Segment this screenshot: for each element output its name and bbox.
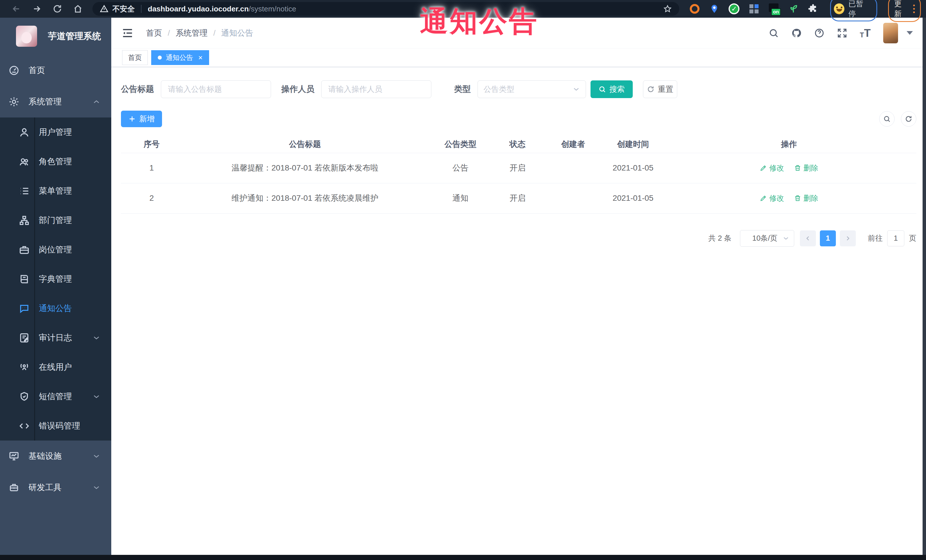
- logo-image: [16, 26, 37, 47]
- breadcrumb: 首页 / 系统管理 / 通知公告: [146, 28, 253, 38]
- col-no: 序号: [121, 136, 182, 153]
- reset-button[interactable]: 重置: [643, 80, 677, 98]
- add-button[interactable]: 新增: [121, 111, 162, 127]
- notice-title-input[interactable]: [161, 80, 271, 98]
- refresh-table-button[interactable]: [901, 111, 916, 127]
- sidebar-item-error-codes[interactable]: 错误码管理: [0, 411, 111, 441]
- sidebar-item-dev-tools[interactable]: 研发工具: [0, 472, 111, 503]
- tab-home[interactable]: 首页: [122, 50, 148, 65]
- forward-icon[interactable]: [32, 4, 42, 14]
- gear-icon: [9, 97, 20, 107]
- edit-icon: [760, 195, 767, 202]
- chevron-down-icon: [92, 484, 100, 492]
- main-panel: 首页 / 系统管理 / 通知公告 TT 首页: [111, 18, 926, 555]
- extension-grid-icon[interactable]: [748, 3, 760, 15]
- cell-title: 维护通知：2018-07-01 若依系统凌晨维护: [182, 183, 428, 213]
- toggle-search-button[interactable]: [879, 111, 895, 127]
- tab-close-icon[interactable]: ×: [198, 53, 203, 62]
- table-row: 1 温馨提醒：2018-07-01 若依新版本发布啦 公告 开启 2021-01…: [121, 153, 916, 183]
- delete-button[interactable]: 删除: [794, 163, 819, 173]
- search-button[interactable]: 搜索: [590, 80, 633, 98]
- sidebar-item-dicts[interactable]: 字典管理: [0, 264, 111, 294]
- sidebar-item-menus[interactable]: 菜单管理: [0, 176, 111, 205]
- app-logo[interactable]: 芋道管理系统: [0, 18, 111, 55]
- system-submenu: 用户管理 角色管理 菜单管理 部门管理 岗位管理: [0, 118, 111, 441]
- help-icon[interactable]: [814, 28, 825, 38]
- search-icon: [883, 115, 891, 122]
- url-separator: [141, 5, 142, 13]
- edit-button[interactable]: 修改: [760, 163, 784, 173]
- security-label: 不安全: [112, 4, 135, 14]
- extension-green-check-icon[interactable]: ✓: [729, 3, 740, 15]
- users-icon: [19, 156, 30, 167]
- cell-created: 2021-01-05: [605, 183, 661, 213]
- fullscreen-icon[interactable]: [837, 28, 847, 38]
- trash-icon: [794, 195, 801, 202]
- edit-icon: [760, 164, 767, 172]
- prev-page-button[interactable]: [800, 230, 816, 246]
- dashboard-icon: [9, 65, 20, 76]
- edit-button[interactable]: 修改: [760, 193, 784, 203]
- sidebar: 芋道管理系统 首页 系统管理 用户管理 角色管理: [0, 18, 111, 555]
- on-badge: on: [771, 8, 781, 16]
- delete-button[interactable]: 删除: [794, 193, 819, 203]
- sidebar-item-system[interactable]: 系统管理: [0, 86, 111, 118]
- refresh-icon[interactable]: [53, 4, 62, 14]
- collapse-menu-icon[interactable]: [121, 27, 133, 39]
- online-user-icon: [19, 362, 30, 373]
- search-icon[interactable]: [769, 28, 779, 38]
- table-tools: [879, 111, 916, 127]
- page-size-select[interactable]: 10条/页: [740, 230, 794, 247]
- cell-creator: [542, 183, 605, 213]
- extension-leaf-icon[interactable]: [788, 3, 799, 15]
- back-icon[interactable]: [11, 4, 21, 14]
- sidebar-item-roles[interactable]: 角色管理: [0, 147, 111, 176]
- user-avatar[interactable]: [883, 23, 898, 43]
- home-icon[interactable]: [73, 4, 83, 14]
- paused-label: 已暂停: [849, 0, 870, 19]
- filter-form: 公告标题 操作人员 类型 公告类型 搜索 重置: [121, 80, 916, 98]
- cell-title: 温馨提醒：2018-07-01 若依新版本发布啦: [182, 153, 428, 183]
- page-number-button[interactable]: 1: [820, 230, 836, 246]
- browser-update-button[interactable]: 更新: [888, 0, 921, 22]
- paused-badge[interactable]: 已暂停: [830, 0, 877, 21]
- next-page-button[interactable]: [840, 230, 856, 246]
- extensions-puzzle-icon[interactable]: [808, 3, 819, 15]
- sidebar-item-home[interactable]: 首页: [0, 55, 111, 86]
- window-scrollbar[interactable]: [923, 18, 926, 555]
- chevron-down-icon: [572, 86, 580, 93]
- breadcrumb-separator: /: [168, 29, 170, 38]
- extension-on-icon[interactable]: on: [768, 3, 779, 15]
- breadcrumb-system[interactable]: 系统管理: [176, 28, 208, 38]
- breadcrumb-home[interactable]: 首页: [146, 28, 162, 38]
- operator-input[interactable]: [321, 80, 431, 98]
- extension-orange-icon[interactable]: [689, 3, 700, 15]
- goto-page-input[interactable]: [887, 230, 904, 246]
- breadcrumb-separator: /: [213, 29, 216, 38]
- cell-type: 通知: [428, 183, 493, 213]
- sidebar-item-users[interactable]: 用户管理: [0, 118, 111, 147]
- tab-notices[interactable]: 通知公告 ×: [151, 50, 209, 65]
- sidebar-item-audit-log[interactable]: 审计日志: [0, 323, 111, 352]
- app-title: 芋道管理系统: [48, 30, 101, 42]
- app-window: 芋道管理系统 首页 系统管理 用户管理 角色管理: [0, 18, 926, 555]
- active-tab-dot: [158, 56, 162, 60]
- sidebar-item-posts[interactable]: 岗位管理: [0, 235, 111, 264]
- briefcase-icon: [19, 245, 30, 255]
- table-header-row: 序号 公告标题 公告类型 状态 创建者 创建时间 操作: [121, 136, 916, 153]
- bookmark-star-icon[interactable]: [663, 5, 672, 13]
- sidebar-item-online-users[interactable]: 在线用户: [0, 352, 111, 382]
- col-created: 创建时间: [605, 136, 661, 153]
- address-bar[interactable]: 不安全 dashboard.yudao.iocoder.cn/system/no…: [92, 2, 679, 16]
- sidebar-item-departments[interactable]: 部门管理: [0, 205, 111, 235]
- notice-type-select[interactable]: 公告类型: [478, 80, 586, 98]
- chevron-up-icon: [92, 98, 100, 106]
- font-size-icon[interactable]: TT: [860, 28, 871, 38]
- github-icon[interactable]: [791, 28, 802, 38]
- browser-menu-icon[interactable]: [913, 5, 915, 13]
- avatar-caret-down-icon[interactable]: [906, 31, 913, 35]
- sidebar-item-notices[interactable]: 通知公告: [0, 294, 111, 323]
- extension-pin-icon[interactable]: [709, 3, 720, 15]
- sidebar-item-infrastructure[interactable]: 基础设施: [0, 441, 111, 472]
- sidebar-item-sms[interactable]: 短信管理: [0, 382, 111, 411]
